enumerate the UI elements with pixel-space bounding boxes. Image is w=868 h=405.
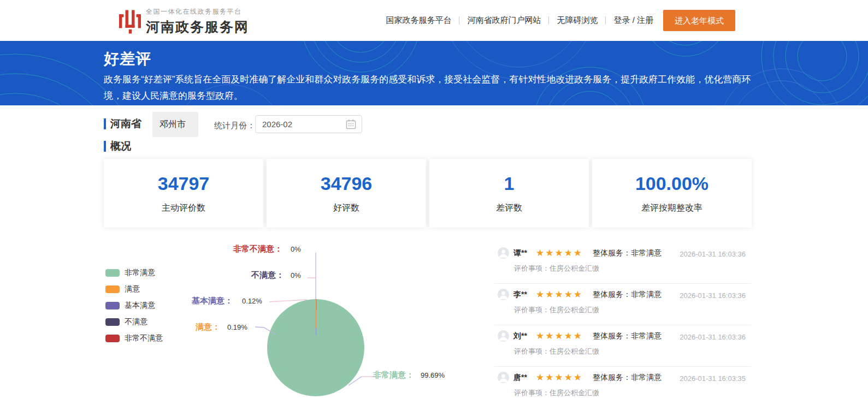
month-picker-input[interactable]: 2026-02 (255, 115, 362, 133)
review-service-item: 评价事项：住房公积金汇缴 (514, 305, 599, 315)
stat-label: 好评数 (333, 202, 359, 214)
month-picker-value[interactable]: 2026-02 (262, 120, 346, 129)
avatar-icon (498, 372, 509, 383)
nav-separator (548, 16, 549, 25)
stat-value: 34797 (158, 173, 210, 194)
legend-item-very-satisfied[interactable]: 非常满意 (105, 268, 163, 278)
callout-label-satisfied: 满意： (196, 322, 220, 332)
logo-title: 河南政务服务网 (146, 18, 249, 36)
month-filter-label: 统计月份： (214, 121, 255, 131)
page-description: 政务服务“好差评”系统旨在全面及时准确了解企业和群众对政务服务的感受和诉求，接受… (104, 72, 754, 104)
page-title: 好差评 (104, 49, 151, 69)
reviewer-name: 李** (513, 290, 527, 300)
section-bar (104, 118, 106, 129)
legend-item-basically-satisfied[interactable]: 基本满意 (105, 301, 163, 311)
legend-item-unsatisfied[interactable]: 不满意 (105, 317, 163, 327)
callout-label-very-unsatisfied: 非常不满意： (233, 244, 282, 254)
callout-value-very-unsatisfied: 0% (291, 245, 301, 253)
pie-circle (267, 299, 364, 396)
reviewer-name: 谭** (513, 248, 527, 258)
nav-separator (605, 16, 606, 25)
stat-card-bad-reviews: 1 差评数 (429, 159, 589, 228)
review-timestamp: 2026-01-31 16:03:36 (680, 291, 746, 300)
legend-swatch (105, 285, 120, 293)
legend-swatch (105, 318, 120, 326)
stat-value: 100.00% (635, 173, 708, 194)
avatar-icon (498, 289, 509, 300)
legend-swatch (105, 335, 120, 342)
calendar-icon[interactable] (346, 119, 356, 129)
reviewer-name: 唐** (513, 373, 527, 383)
review-row: 唐** ★★★★★ 整体服务：非常满意 2026-01-31 16:03:35 … (494, 367, 751, 405)
callout-value-unsatisfied: 0% (291, 271, 301, 279)
overall-service-rating: 整体服务：非常满意 (593, 373, 662, 383)
stat-value: 34796 (321, 173, 373, 194)
city-select[interactable]: 邓州市 (152, 112, 198, 137)
elder-mode-button[interactable]: 进入老年模式 (663, 10, 735, 31)
star-rating: ★★★★★ (536, 330, 583, 342)
overview-section-title: 概况 (104, 139, 131, 153)
stat-card-total-evaluations: 34797 主动评价数 (104, 159, 263, 228)
star-rating: ★★★★★ (536, 372, 583, 383)
callout-value-satisfied: 0.19% (227, 323, 247, 331)
review-row: 谭** ★★★★★ 整体服务：非常满意 2026-01-31 16:03:36 … (494, 242, 751, 284)
stat-label: 差评数 (496, 202, 522, 214)
section-bar (104, 141, 106, 152)
review-service-item: 评价事项：住房公积金汇缴 (514, 264, 599, 273)
review-row: 李** ★★★★★ 整体服务：非常满意 2026-01-31 16:03:36 … (494, 284, 751, 325)
top-nav: 国家政务服务平台 河南省政府门户网站 无障碍浏览 登录 / 注册 进入老年模式 (386, 0, 735, 41)
page-banner: 好差评 政务服务“好差评”系统旨在全面及时准确了解企业和群众对政务服务的感受和诉… (0, 41, 868, 105)
callout-value-basically-satisfied: 0.12% (242, 297, 262, 305)
overall-service-rating: 整体服务：非常满意 (593, 248, 662, 258)
nav-login-register[interactable]: 登录 / 注册 (613, 15, 653, 26)
overall-service-rating: 整体服务：非常满意 (593, 290, 662, 300)
nav-accessibility[interactable]: 无障碍浏览 (557, 15, 598, 26)
callout-label-very-satisfied: 非常满意： (373, 370, 414, 380)
site-logo: 全国一体化在线政务服务平台 河南政务服务网 (119, 7, 249, 36)
review-list: 谭** ★★★★★ 整体服务：非常满意 2026-01-31 16:03:36 … (494, 242, 751, 405)
overview-stats: 34797 主动评价数 34796 好评数 1 差评数 100.00% 差评按期… (104, 159, 752, 228)
callout-label-unsatisfied: 不满意： (251, 270, 284, 281)
avatar-icon (498, 247, 509, 259)
reviewer-name: 刘** (513, 331, 527, 341)
star-rating: ★★★★★ (536, 289, 583, 300)
nav-henan-portal[interactable]: 河南省政府门户网站 (467, 15, 541, 26)
review-service-item: 评价事项：住房公积金汇缴 (514, 347, 599, 356)
stat-label: 主动评价数 (162, 202, 205, 214)
satisfaction-pie-chart: 非常满意 满意 基本满意 不满意 非常不满意 非常不满意： 0% (104, 235, 486, 405)
callout-label-basically-satisfied: 基本满意： (192, 296, 233, 306)
nav-separator (459, 16, 459, 25)
logo-subtitle: 全国一体化在线政务服务平台 (146, 7, 249, 16)
review-service-item: 评价事项：住房公积金汇缴 (514, 388, 599, 398)
review-timestamp: 2026-01-31 16:03:36 (680, 333, 746, 341)
stat-card-rectification-rate: 100.00% 差评按期整改率 (592, 159, 752, 228)
legend-item-satisfied[interactable]: 满意 (105, 284, 163, 294)
review-timestamp: 2026-01-31 16:03:35 (680, 374, 746, 383)
star-rating: ★★★★★ (536, 247, 583, 259)
stat-label: 差评按期整改率 (641, 202, 702, 214)
legend-swatch (105, 302, 120, 309)
gov-emblem-icon (119, 9, 141, 34)
chart-legend: 非常满意 满意 基本满意 不满意 非常不满意 (105, 268, 163, 343)
callout-value-very-satisfied: 99.69% (421, 371, 445, 379)
province-label: 河南省 (104, 117, 141, 131)
review-row: 刘** ★★★★★ 整体服务：非常满意 2026-01-31 16:03:36 … (494, 325, 751, 367)
legend-swatch (105, 269, 120, 277)
review-timestamp: 2026-01-31 16:03:36 (680, 250, 746, 258)
overall-service-rating: 整体服务：非常满意 (593, 331, 662, 341)
legend-item-very-unsatisfied[interactable]: 非常不满意 (105, 333, 163, 343)
nav-national-platform[interactable]: 国家政务服务平台 (386, 15, 451, 26)
top-header: 全国一体化在线政务服务平台 河南政务服务网 国家政务服务平台 河南省政府门户网站… (0, 0, 868, 41)
stat-card-good-reviews: 34796 好评数 (267, 159, 426, 228)
avatar-icon (498, 330, 509, 342)
stat-value: 1 (504, 173, 515, 194)
